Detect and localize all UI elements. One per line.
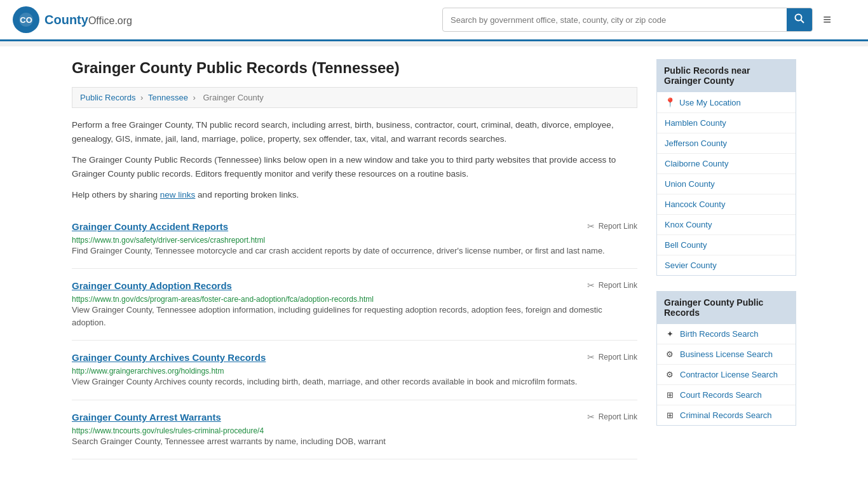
pin-icon: 📍 [665,97,675,107]
hamblen-county-link[interactable]: Hamblen County [657,113,796,133]
result-url-0[interactable]: https://www.tn.gov/safety/driver-service… [72,236,265,245]
main-container: Grainger County Public Records (Tennesse… [53,46,815,472]
result-header-2: Grainger County Archives County Records … [72,352,637,363]
search-area: ≡ [442,8,836,32]
records-links-list: ✦ Birth Records Search ⚙ Business Licens… [656,324,796,426]
result-title-1[interactable]: Grainger County Adoption Records [72,280,232,291]
contractor-license-search-link[interactable]: ⚙ Contractor License Search [657,365,796,385]
result-title-2[interactable]: Grainger County Archives County Records [72,352,266,363]
menu-button[interactable]: ≡ [818,9,836,30]
business-icon: ⚙ [665,349,675,359]
result-header-1: Grainger County Adoption Records ✂ Repor… [72,280,637,291]
result-header-0: Grainger County Accident Reports ✂ Repor… [72,221,637,232]
court-records-search-link[interactable]: ⊞ Court Records Search [657,385,796,405]
result-url-1[interactable]: https://www.tn.gov/dcs/program-areas/fos… [72,295,374,304]
birth-records-search-link[interactable]: ✦ Birth Records Search [657,324,796,344]
content-area: Grainger County Public Records (Tennesse… [72,59,637,459]
list-item: Bell County [657,235,796,255]
contractor-icon: ⚙ [665,370,675,379]
jefferson-county-link[interactable]: Jefferson County [657,133,796,154]
report-link-2[interactable]: ✂ Report Link [587,352,637,362]
result-card-2: Grainger County Archives County Records … [72,341,637,400]
list-item: ⚙ Contractor License Search [657,365,796,385]
result-title-0[interactable]: Grainger County Accident Reports [72,221,228,232]
sidebar: Public Records near Grainger County 📍 Us… [656,59,796,459]
result-card-3: Grainger County Arrest Warrants ✂ Report… [72,400,637,460]
list-item: Union County [657,174,796,194]
description-3: Help others by sharing new links and rep… [72,188,637,202]
list-item: ⊞ Criminal Records Search [657,405,796,425]
list-item: Jefferson County [657,133,796,154]
result-desc-3: Search Grainger County, Tennessee arrest… [72,435,637,448]
list-item: Hancock County [657,194,796,215]
list-item: Claiborne County [657,154,796,174]
report-link-1[interactable]: ✂ Report Link [587,280,637,290]
records-section: Grainger County Public Records ✦ Birth R… [656,291,796,426]
result-card-1: Grainger County Adoption Records ✂ Repor… [72,269,637,341]
report-link-0[interactable]: ✂ Report Link [587,221,637,231]
result-header-3: Grainger County Arrest Warrants ✂ Report… [72,412,637,423]
breadcrumb-current: Grainger County [203,93,263,102]
breadcrumb-tennessee[interactable]: Tennessee [148,93,188,102]
report-icon-1: ✂ [587,280,595,290]
business-license-search-link[interactable]: ⚙ Business License Search [657,344,796,365]
bell-county-link[interactable]: Bell County [657,235,796,255]
criminal-records-search-link[interactable]: ⊞ Criminal Records Search [657,405,796,425]
court-icon: ⊞ [665,390,675,400]
breadcrumb-separator-2: › [193,93,198,102]
result-url-3[interactable]: https://www.tncourts.gov/rules/rules-cri… [72,426,264,435]
list-item: ✦ Birth Records Search [657,324,796,344]
result-desc-0: Find Grainger County, Tennessee motorcyc… [72,245,637,257]
sevier-county-link[interactable]: Sevier County [657,255,796,275]
page-title: Grainger County Public Records (Tennesse… [72,59,637,77]
use-location-link[interactable]: 📍 Use My Location [657,92,796,113]
logo-area: CO CountyOffice.org [13,6,132,33]
search-input[interactable] [443,10,787,30]
result-title-3[interactable]: Grainger County Arrest Warrants [72,412,221,423]
logo-icon: CO [13,6,39,33]
union-county-link[interactable]: Union County [657,174,796,194]
svg-text:CO: CO [20,15,32,25]
breadcrumb-separator-1: › [140,93,146,102]
result-card: Grainger County Accident Reports ✂ Repor… [72,210,637,269]
search-wrapper [442,8,813,32]
svg-line-4 [801,20,804,24]
report-icon-0: ✂ [587,221,595,231]
list-item: ⊞ Court Records Search [657,385,796,405]
nearby-counties-list: 📍 Use My Location Hamblen County Jeffers… [656,92,796,276]
description-2: The Grainger County Public Records (Tenn… [72,153,637,180]
criminal-icon: ⊞ [665,410,675,420]
breadcrumb: Public Records › Tennessee › Grainger Co… [72,87,637,108]
description-1: Perform a free Grainger County, TN publi… [72,118,637,146]
report-link-3[interactable]: ✂ Report Link [587,412,637,422]
result-desc-1: View Grainger County, Tennessee adoption… [72,304,637,329]
use-location-item[interactable]: 📍 Use My Location [657,92,796,113]
new-links-link[interactable]: new links [160,190,196,200]
knox-county-link[interactable]: Knox County [657,215,796,235]
nearby-section: Public Records near Grainger County 📍 Us… [656,59,796,276]
result-url-2[interactable]: http://www.graingerarchives.org/holdings… [72,367,224,376]
list-item: ⚙ Business License Search [657,344,796,365]
list-item: Knox County [657,215,796,235]
records-section-title: Grainger County Public Records [656,291,796,324]
hancock-county-link[interactable]: Hancock County [657,194,796,215]
breadcrumb-public-records[interactable]: Public Records [80,93,135,102]
result-desc-2: View Grainger County Archives county rec… [72,376,637,388]
results-list: Grainger County Accident Reports ✂ Repor… [72,210,637,460]
logo-text: CountyOffice.org [44,13,132,27]
search-button[interactable] [787,8,812,31]
report-icon-2: ✂ [587,352,595,362]
site-header: CO CountyOffice.org ≡ [0,0,868,41]
birth-icon: ✦ [665,329,675,339]
claiborne-county-link[interactable]: Claiborne County [657,154,796,174]
list-item: Sevier County [657,255,796,275]
list-item: Hamblen County [657,113,796,133]
nearby-section-title: Public Records near Grainger County [656,59,796,92]
top-bar [0,41,868,46]
report-icon-3: ✂ [587,412,595,422]
svg-point-3 [796,15,802,21]
